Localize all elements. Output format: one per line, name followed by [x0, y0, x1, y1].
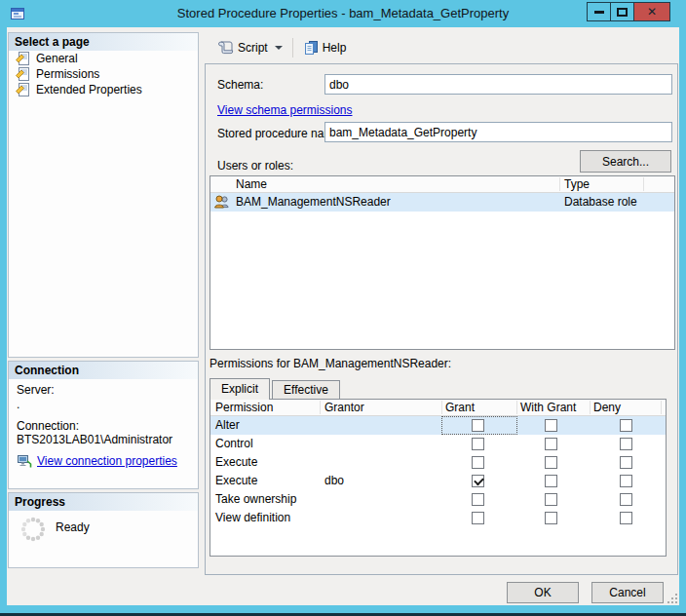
resize-grip-icon[interactable]: [666, 592, 677, 603]
close-button[interactable]: ✕: [633, 2, 670, 21]
perm-header-grantor[interactable]: Grantor: [324, 401, 364, 415]
tab-explicit[interactable]: Explicit: [210, 378, 270, 400]
toolbar-separator: [292, 38, 293, 58]
column-divider: [590, 401, 591, 414]
tab-effective[interactable]: Effective: [272, 380, 340, 399]
with-grant-checkbox[interactable]: [545, 475, 557, 487]
perm-row-execute-dbo[interactable]: Execute dbo: [210, 472, 666, 490]
database-role-icon: [213, 194, 229, 212]
perm-cell-permission: Execute: [215, 472, 257, 490]
main-panel: Schema: View schema permissions Stored p…: [205, 63, 678, 575]
select-a-page-header: Select a page: [9, 33, 198, 51]
perm-cell-permission: Control: [215, 435, 253, 453]
perm-header-grant[interactable]: Grant: [445, 401, 475, 415]
perm-header-permission[interactable]: Permission: [215, 401, 273, 415]
select-a-page-panel: Select a page General Permissions: [8, 32, 199, 358]
server-label: Server:: [17, 383, 55, 397]
with-grant-checkbox[interactable]: [545, 512, 557, 524]
deny-checkbox[interactable]: [620, 512, 632, 524]
column-header-name[interactable]: Name: [236, 177, 267, 192]
view-schema-permissions-link[interactable]: View schema permissions: [217, 103, 353, 117]
cancel-button[interactable]: Cancel: [591, 582, 664, 603]
with-grant-checkbox[interactable]: [545, 419, 557, 432]
with-grant-checkbox[interactable]: [545, 456, 557, 469]
server-value: .: [17, 398, 19, 411]
chevron-down-icon: [275, 46, 283, 50]
perm-header-deny[interactable]: Deny: [593, 401, 621, 415]
perm-row-take-ownership[interactable]: Take ownership: [210, 490, 666, 509]
search-button[interactable]: Search...: [580, 150, 671, 173]
perm-row-control[interactable]: Control: [210, 435, 666, 453]
permissions-tabs: Explicit Effective: [210, 377, 340, 399]
user-type-cell: Database role: [564, 193, 637, 212]
users-table-row[interactable]: BAM_ManagementNSReader Database role: [210, 193, 674, 212]
grant-checkbox[interactable]: [472, 456, 484, 469]
column-header-type[interactable]: Type: [564, 177, 590, 192]
user-name-cell: BAM_ManagementNSReader: [236, 193, 391, 212]
toolbar: Script Help: [205, 32, 679, 62]
script-button[interactable]: Script: [212, 36, 287, 58]
grant-checkbox[interactable]: [472, 438, 484, 450]
users-table: Name Type BAM_ManagementNSReader: [210, 175, 675, 350]
with-grant-checkbox[interactable]: [545, 438, 557, 450]
progress-status: Ready: [56, 520, 90, 534]
deny-checkbox[interactable]: [620, 456, 632, 469]
minimize-button[interactable]: [587, 2, 611, 21]
perm-cell-permission: Alter: [215, 416, 240, 435]
deny-checkbox[interactable]: [620, 475, 632, 487]
perm-row-execute[interactable]: Execute: [210, 453, 666, 472]
column-divider: [516, 401, 517, 414]
stored-procedure-name-input[interactable]: [324, 122, 672, 142]
grant-checkbox[interactable]: [472, 475, 484, 487]
help-label: Help: [323, 41, 347, 55]
sidebar-item-extended-properties[interactable]: Extended Properties: [9, 82, 198, 97]
maximize-button[interactable]: [610, 2, 634, 21]
sidebar-item-label: Extended Properties: [36, 83, 142, 96]
users-table-header: Name Type: [210, 176, 674, 193]
deny-checkbox[interactable]: [620, 493, 632, 506]
with-grant-checkbox[interactable]: [545, 493, 557, 506]
titlebar[interactable]: Stored Procedure Properties - bam_Metada…: [0, 0, 686, 27]
deny-checkbox[interactable]: [620, 438, 632, 450]
connection-properties-icon: [17, 453, 32, 469]
progress-spinner-icon: [19, 515, 48, 547]
schema-input[interactable]: [324, 74, 672, 95]
perm-row-view-definition[interactable]: View definition: [210, 509, 666, 527]
page-icon: [16, 82, 31, 97]
sidebar-item-label: Permissions: [36, 67, 99, 81]
sidebar-item-label: General: [36, 52, 78, 65]
connection-value: BTS2013LAB01\Administrator: [17, 433, 172, 446]
sidebar-item-general[interactable]: General: [9, 51, 198, 66]
users-or-roles-label: Users or roles:: [217, 159, 293, 173]
column-divider: [643, 177, 644, 191]
script-icon: [217, 40, 234, 55]
column-divider: [320, 401, 321, 414]
perm-cell-permission: Take ownership: [215, 490, 296, 509]
column-divider: [661, 401, 662, 414]
perm-cell-permission: View definition: [215, 509, 290, 527]
column-divider: [559, 177, 560, 191]
grant-checkbox[interactable]: [472, 419, 484, 432]
progress-header: Progress: [9, 493, 198, 511]
help-icon: [303, 40, 319, 56]
script-label: Script: [238, 41, 268, 55]
schema-label: Schema:: [217, 78, 263, 92]
grant-checkbox[interactable]: [472, 512, 484, 524]
help-button[interactable]: Help: [298, 36, 352, 59]
connection-panel: Connection Server: . Connection: BTS2013…: [8, 361, 199, 489]
grant-checkbox[interactable]: [472, 493, 484, 506]
connection-label: Connection:: [17, 419, 79, 433]
perm-header-with-grant[interactable]: With Grant: [520, 401, 576, 415]
stored-procedure-properties-window: Stored Procedure Properties - bam_Metada…: [0, 0, 686, 616]
sidebar-item-permissions[interactable]: Permissions: [9, 66, 198, 82]
view-connection-properties-link[interactable]: View connection properties: [37, 454, 177, 468]
page-icon: [16, 66, 31, 82]
deny-checkbox[interactable]: [620, 419, 632, 432]
ok-button[interactable]: OK: [507, 582, 579, 603]
window-title: Stored Procedure Properties - bam_Metada…: [0, 0, 686, 27]
connection-header: Connection: [9, 362, 198, 379]
permissions-table-header: Permission Grantor Grant With Grant Deny: [210, 400, 666, 416]
permissions-for-label: Permissions for BAM_ManagementNSReader:: [210, 357, 451, 370]
perm-row-alter[interactable]: Alter: [210, 416, 666, 435]
page-icon: [16, 51, 31, 66]
